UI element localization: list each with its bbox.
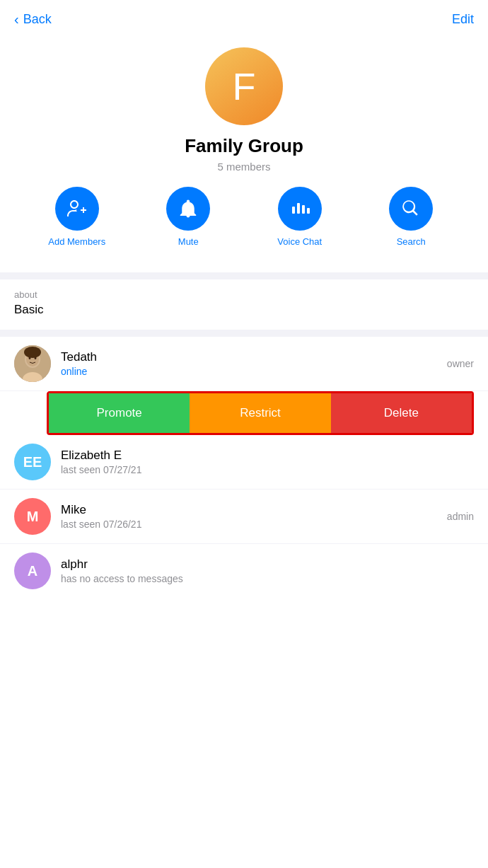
tedath-info: Tedath online bbox=[61, 350, 474, 377]
members-section: Tedath online owner Promote Restrict Del… bbox=[0, 337, 488, 598]
back-button[interactable]: ‹ Back bbox=[14, 11, 52, 28]
svg-rect-2 bbox=[302, 205, 305, 214]
section-divider-2 bbox=[0, 330, 488, 337]
svg-rect-1 bbox=[297, 203, 300, 214]
tedath-avatar bbox=[14, 345, 51, 382]
elizabeth-avatar: EE bbox=[14, 444, 51, 480]
actions-row: Add Members Mute Voice Chat bbox=[14, 173, 474, 255]
voice-chat-icon-circle bbox=[278, 187, 322, 231]
voice-chat-button[interactable]: Voice Chat bbox=[257, 187, 342, 247]
voice-chat-label: Voice Chat bbox=[277, 236, 322, 247]
promote-button[interactable]: Promote bbox=[49, 393, 190, 433]
edit-button[interactable]: Edit bbox=[452, 12, 474, 27]
profile-section: F Family Group 5 members Add Members Mut… bbox=[0, 36, 488, 272]
add-members-button[interactable]: Add Members bbox=[35, 187, 120, 247]
avatar-letter: F bbox=[233, 64, 256, 108]
mike-role: admin bbox=[447, 511, 474, 522]
about-section: about Basic bbox=[0, 279, 488, 330]
mute-label: Mute bbox=[178, 236, 199, 247]
back-chevron-icon: ‹ bbox=[14, 11, 19, 28]
search-label: Search bbox=[397, 236, 426, 247]
tedath-role: owner bbox=[447, 358, 474, 369]
mute-button[interactable]: Mute bbox=[146, 187, 231, 247]
svg-rect-0 bbox=[292, 207, 295, 214]
tedath-status: online bbox=[61, 366, 474, 377]
group-name: Family Group bbox=[185, 135, 303, 157]
about-value: Basic bbox=[14, 303, 474, 317]
member-row-mike: M Mike last seen 07/26/21 admin bbox=[0, 490, 488, 544]
elizabeth-name: Elizabeth E bbox=[61, 449, 474, 463]
alphr-info: alphr has no access to messages bbox=[61, 557, 474, 584]
mike-name: Mike bbox=[61, 503, 474, 517]
microphone-bars-icon bbox=[289, 198, 310, 219]
svg-rect-3 bbox=[307, 208, 310, 214]
add-members-icon-circle bbox=[55, 187, 99, 231]
back-label: Back bbox=[23, 12, 52, 27]
mike-info: Mike last seen 07/26/21 bbox=[61, 503, 474, 530]
add-person-icon bbox=[66, 198, 88, 219]
delete-button[interactable]: Delete bbox=[331, 393, 472, 433]
group-members-count: 5 members bbox=[217, 161, 270, 173]
add-members-label: Add Members bbox=[48, 236, 105, 247]
restrict-button[interactable]: Restrict bbox=[190, 393, 330, 433]
elizabeth-status: last seen 07/27/21 bbox=[61, 464, 474, 475]
about-label: about bbox=[14, 289, 474, 300]
bell-icon bbox=[178, 198, 199, 219]
search-button[interactable]: Search bbox=[368, 187, 453, 247]
section-divider-1 bbox=[0, 272, 488, 279]
swipe-actions-tedath: Promote Restrict Delete bbox=[47, 391, 474, 435]
search-icon bbox=[400, 198, 422, 219]
tedath-name: Tedath bbox=[61, 350, 474, 364]
elizabeth-info: Elizabeth E last seen 07/27/21 bbox=[61, 449, 474, 475]
alphr-name: alphr bbox=[61, 557, 474, 572]
svg-point-9 bbox=[24, 347, 41, 358]
alphr-status: has no access to messages bbox=[61, 573, 474, 584]
mike-avatar: M bbox=[14, 498, 51, 535]
nav-bar: ‹ Back Edit bbox=[0, 0, 488, 36]
mute-icon-circle bbox=[166, 187, 210, 231]
search-icon-circle bbox=[389, 187, 433, 231]
group-avatar: F bbox=[205, 47, 283, 125]
mike-status: last seen 07/26/21 bbox=[61, 519, 474, 530]
member-row-tedath: Tedath online owner bbox=[0, 337, 488, 391]
member-row-alphr: A alphr has no access to messages bbox=[0, 544, 488, 598]
member-row-elizabeth: EE Elizabeth E last seen 07/27/21 bbox=[0, 435, 488, 490]
alphr-avatar: A bbox=[14, 552, 51, 589]
